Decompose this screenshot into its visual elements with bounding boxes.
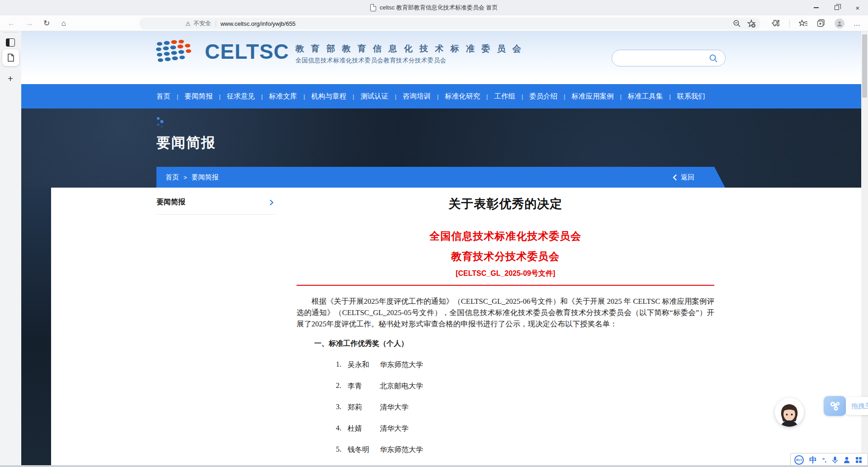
- banner-arrow-dots-icon: [156, 117, 168, 128]
- breadcrumb-bar: 首页 > 要闻简报 返回: [156, 167, 725, 188]
- vertical-tabs-strip: +: [0, 31, 21, 467]
- chevron-left-icon: [673, 174, 677, 181]
- article: 关于表彰优秀的决定 全国信息技术标准化技术委员会 教育技术分技术委员会 [CEL…: [297, 196, 714, 467]
- active-tab-card[interactable]: [2, 49, 19, 66]
- nav-item-comments[interactable]: 征求意见: [227, 92, 255, 101]
- content-area: 要闻简报 关于表彰优秀的决定 全国信息技术标准化技术委员会 教育技术分技术委员会…: [21, 188, 861, 467]
- logo-line1: 教 育 部 教 育 信 息 化 技 术 标 准 委 员 会: [296, 43, 524, 55]
- nav-separator: |: [261, 93, 263, 100]
- nav-item-cases[interactable]: 标准应用案例: [571, 92, 613, 101]
- nav-item-tools[interactable]: 标准工具集: [628, 92, 663, 101]
- celtsc-dots-logo-icon: [155, 38, 202, 66]
- back-icon: ←: [8, 19, 15, 28]
- page-favicon-icon: [370, 4, 376, 11]
- award-row: 5. 钱冬明 华东师范大学: [297, 445, 714, 455]
- vertical-tabs-icon[interactable]: [6, 38, 15, 47]
- award-number: 3.: [336, 403, 348, 412]
- active-tab-page-icon: [7, 53, 14, 62]
- nav-item-contact[interactable]: 联系我们: [677, 92, 705, 101]
- user-icon[interactable]: [844, 457, 850, 463]
- ime-toolbar[interactable]: iFLY 中 °,: [790, 453, 868, 467]
- ifly-logo-icon[interactable]: iFLY: [794, 455, 804, 465]
- award-name: 杜婧: [348, 424, 380, 434]
- nav-separator: |: [522, 93, 523, 100]
- side-menu-item-news[interactable]: 要闻简报: [156, 193, 275, 215]
- nav-item-news[interactable]: 要闻简报: [184, 92, 212, 101]
- banner-title: 要闻简报: [156, 133, 216, 152]
- award-name: 钱冬明: [348, 445, 380, 455]
- nav-separator: |: [303, 93, 305, 100]
- ime-grid-icon[interactable]: [855, 457, 862, 463]
- nav-separator: |: [486, 93, 488, 100]
- award-name: 郑莉: [348, 403, 380, 412]
- netdisk-drag-button[interactable]: [824, 396, 846, 416]
- nav-item-research[interactable]: 标准化研究: [445, 92, 480, 101]
- award-number: 5.: [336, 445, 348, 455]
- security-label[interactable]: 不安全: [193, 19, 211, 28]
- award-organization: 北京邮电大学: [380, 382, 423, 391]
- nav-separator: |: [669, 93, 670, 100]
- ime-language-toggle[interactable]: 中: [809, 455, 817, 465]
- new-tab-button[interactable]: +: [6, 74, 15, 83]
- address-bar[interactable]: ⚠ 不安全 www.celtsc.org/info/ywjb/655: [139, 18, 760, 29]
- award-name: 李青: [348, 382, 380, 391]
- extensions-icon[interactable]: [772, 19, 780, 28]
- home-icon: ⌂: [61, 19, 66, 28]
- restore-icon: [835, 5, 839, 10]
- article-doc-number: [CELTSC_GL_2025-09号文件]: [297, 269, 714, 278]
- browser-tab[interactable]: celtsc 教育部教育信息化技术标准委员会 首页: [370, 4, 498, 12]
- nav-separator: |: [620, 93, 621, 100]
- section-title: 一、标准工作优秀奖（个人）: [314, 339, 714, 349]
- award-organization: 清华大学: [380, 424, 409, 434]
- award-row: 1. 吴永和 华东师范大学: [297, 360, 714, 370]
- url-text[interactable]: www.celtsc.org/info/ywjb/655: [221, 20, 296, 27]
- award-row: 3. 郑莉 清华大学: [297, 403, 714, 412]
- drag-tooltip: 拖拽至此: [846, 397, 868, 415]
- nav-item-testing[interactable]: 测试认证: [360, 92, 388, 101]
- forward-button[interactable]: →: [22, 15, 37, 31]
- nav-item-members[interactable]: 委员介绍: [529, 92, 557, 101]
- nav-item-workgroup[interactable]: 工作组: [494, 92, 515, 101]
- article-red-heading-2: 教育技术分技术委员会: [297, 250, 714, 264]
- profile-button[interactable]: [835, 19, 844, 28]
- award-number: 1.: [336, 360, 348, 370]
- close-button[interactable]: ×: [847, 0, 868, 15]
- settings-menu-icon[interactable]: …: [854, 19, 861, 27]
- breadcrumb-separator: >: [184, 174, 187, 181]
- zoom-out-icon[interactable]: [733, 19, 741, 28]
- page-banner: 要闻简报 首页 > 要闻简报 返回: [21, 108, 861, 188]
- breadcrumb-home-link[interactable]: 首页: [165, 173, 179, 182]
- home-button[interactable]: ⌂: [56, 15, 71, 31]
- ime-punctuation-toggle[interactable]: °,: [822, 457, 826, 463]
- main-navigation: 首页 | 要闻简报 | 征求意见 | 标准文库 | 机构与章程 | 测试认证 |…: [21, 84, 861, 108]
- nav-separator: |: [219, 93, 220, 100]
- assistant-avatar[interactable]: [775, 398, 804, 427]
- search-icon[interactable]: [709, 54, 718, 63]
- article-red-heading-1: 全国信息技术标准化技术委员会: [297, 229, 714, 243]
- minimize-icon: [814, 7, 819, 8]
- search-input[interactable]: [612, 50, 726, 66]
- nav-item-training[interactable]: 咨询培训: [403, 92, 431, 101]
- microphone-icon[interactable]: [832, 456, 838, 464]
- nav-separator: |: [437, 93, 439, 100]
- award-organization: 华东师范大学: [380, 445, 423, 455]
- back-button[interactable]: ←: [4, 15, 19, 31]
- minimize-button[interactable]: [806, 0, 826, 15]
- back-link[interactable]: 返回: [673, 173, 694, 182]
- nav-item-home[interactable]: 首页: [156, 92, 170, 101]
- nav-item-charter[interactable]: 机构与章程: [311, 92, 347, 101]
- favorites-bar-icon[interactable]: [799, 19, 808, 28]
- nav-item-standards-library[interactable]: 标准文库: [269, 92, 297, 101]
- chevron-right-icon: [269, 199, 274, 206]
- red-divider: [297, 285, 714, 286]
- add-favorite-icon[interactable]: [747, 19, 756, 28]
- restore-button[interactable]: [826, 0, 847, 15]
- collections-icon[interactable]: [817, 19, 826, 28]
- site-logo[interactable]: CELTSC 教 育 部 教 育 信 息 化 技 术 标 准 委 员 会 全国信…: [155, 38, 524, 66]
- side-menu: 要闻简报: [156, 193, 275, 215]
- refresh-button[interactable]: ↻: [39, 15, 54, 31]
- nav-separator: |: [395, 93, 396, 100]
- article-paragraph: 根据《关于开展2025年度评优工作的通知》（CELTSC_GL_2025-06号…: [297, 296, 714, 330]
- scrollbar-thumb[interactable]: [862, 34, 867, 98]
- award-organization: 华东师范大学: [380, 360, 423, 370]
